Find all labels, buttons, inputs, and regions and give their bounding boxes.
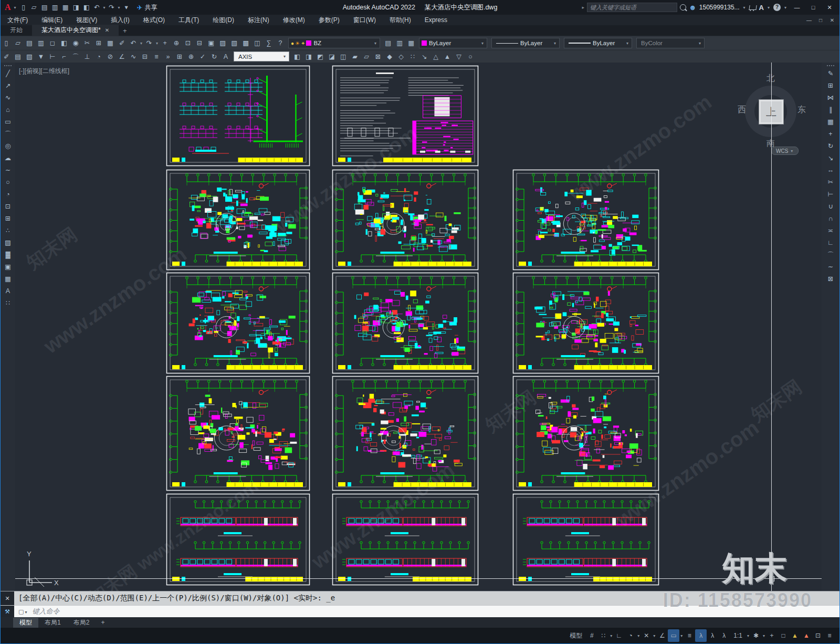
- viewport-label[interactable]: [-][俯视][二维线框]: [19, 67, 69, 76]
- search-expand-icon[interactable]: ▸: [582, 5, 585, 10]
- rotate-icon[interactable]: ↻: [825, 140, 836, 152]
- ellipse-icon[interactable]: ○: [2, 176, 14, 188]
- minimize-button[interactable]: —: [790, 4, 804, 11]
- plot-icon[interactable]: ▥: [35, 38, 47, 48]
- copy-icon[interactable]: ⊞: [825, 80, 836, 91]
- snap-to-underlay-icon[interactable]: ◇: [395, 51, 407, 62]
- username[interactable]: 1505999135...: [699, 4, 740, 11]
- viewcube-east-label[interactable]: 东: [797, 105, 806, 116]
- open-icon[interactable]: ▱: [12, 38, 24, 48]
- point-icon[interactable]: ∴: [2, 225, 14, 236]
- offset-icon[interactable]: ∥: [825, 104, 836, 116]
- snap-mode-icon[interactable]: ∷: [597, 629, 609, 642]
- layer-thaw-icon[interactable]: ☀: [295, 40, 300, 46]
- dim-baseline-icon[interactable]: ≡: [151, 51, 162, 62]
- properties-palette-icon[interactable]: ▩: [240, 38, 251, 48]
- plot-preview-icon[interactable]: ◻: [47, 38, 58, 48]
- dim-jogged-icon[interactable]: ∿: [128, 51, 139, 62]
- print-icon[interactable]: ◧: [81, 2, 92, 13]
- menu-item-11[interactable]: 帮助(H): [383, 16, 418, 25]
- menu-item-2[interactable]: 视图(V): [69, 16, 104, 25]
- polar-tracking-icon[interactable]: ◔: [625, 629, 636, 642]
- drawing-units-icon[interactable]: +: [766, 629, 778, 642]
- lineweight-combo[interactable]: ByLayer ▾: [564, 38, 632, 48]
- dim-radius-icon[interactable]: ◔: [93, 51, 104, 62]
- annotation-scale-caret[interactable]: ▾: [747, 633, 749, 638]
- dim-diameter-icon[interactable]: ⊘: [104, 51, 116, 62]
- center-mark-icon[interactable]: ⊕: [185, 51, 197, 62]
- object-snap-tracking-icon-caret[interactable]: ▾: [653, 633, 655, 638]
- layer-combo-caret-icon[interactable]: ▾: [374, 41, 376, 46]
- open-file-icon[interactable]: ▱: [29, 2, 39, 13]
- extend-icon[interactable]: ⊢: [825, 189, 836, 200]
- save-icon[interactable]: ▤: [39, 2, 50, 13]
- cart-icon[interactable]: [749, 5, 757, 10]
- group-icon[interactable]: ▲: [442, 51, 453, 62]
- stretch-icon[interactable]: ↔: [825, 164, 836, 176]
- dim-inspect-icon[interactable]: ✓: [197, 51, 208, 62]
- layer-match-icon[interactable]: ▦: [405, 38, 417, 48]
- polygon-icon[interactable]: ⌂: [2, 104, 14, 116]
- menu-item-5[interactable]: 工具(T): [172, 16, 206, 25]
- undo-icon-caret[interactable]: ▾: [140, 41, 142, 46]
- pdf-underlay-icon[interactable]: ▱: [361, 51, 372, 62]
- help-icon[interactable]: ?: [773, 4, 781, 11]
- qnew-icon[interactable]: ▯: [1, 38, 12, 48]
- dim-ordinate-icon[interactable]: ⊥: [81, 51, 93, 62]
- purge-icon[interactable]: ▼: [35, 51, 47, 62]
- model-space-toggle[interactable]: 模型: [566, 629, 586, 642]
- pan-icon[interactable]: +: [159, 38, 171, 48]
- linetype-combo[interactable]: ByLayer ▾: [491, 38, 560, 48]
- new-file-icon[interactable]: ▯: [18, 2, 29, 13]
- polyline-icon[interactable]: ∿: [2, 92, 14, 103]
- search-icon[interactable]: [680, 4, 686, 11]
- dim-break-icon[interactable]: ⊟: [139, 51, 151, 62]
- grid-display-icon[interactable]: #: [586, 629, 597, 642]
- autoscale-icon[interactable]: λ: [707, 629, 718, 642]
- gradient-icon[interactable]: ▓: [2, 249, 14, 261]
- circle-icon[interactable]: ◎: [2, 140, 14, 152]
- undo-icon-caret[interactable]: ▾: [103, 5, 106, 10]
- isolate-objects-icon[interactable]: □: [778, 629, 789, 642]
- autodesk-icon[interactable]: A: [759, 4, 764, 12]
- customize-wrench-icon[interactable]: ⚒: [1, 606, 14, 617]
- graphics-performance-icon[interactable]: ▲: [789, 629, 801, 642]
- toolbar-grip[interactable]: [4, 65, 12, 66]
- dim-angular-icon[interactable]: ∠: [116, 51, 128, 62]
- annotation-scale[interactable]: 1:1: [730, 629, 746, 642]
- redo-icon[interactable]: ↷: [107, 2, 117, 13]
- polar-tracking-icon-caret[interactable]: ▾: [637, 633, 639, 638]
- undo-icon[interactable]: ↶: [128, 38, 139, 48]
- annotation-visibility-icon[interactable]: λ: [695, 629, 707, 642]
- paste-icon[interactable]: ▦: [104, 38, 116, 48]
- create-block-icon[interactable]: ⊞: [2, 213, 14, 224]
- mirror-icon[interactable]: ⋈: [825, 92, 836, 103]
- dim-aligned-icon[interactable]: ⌐: [58, 51, 70, 62]
- break-at-point-icon[interactable]: ∪: [825, 201, 836, 212]
- design-center-icon[interactable]: ◫: [251, 38, 263, 48]
- make-current-layer-icon[interactable]: ▤: [382, 38, 394, 48]
- dim-arc-icon[interactable]: ⌒: [70, 51, 81, 62]
- line-icon[interactable]: ╱: [2, 68, 14, 79]
- layout-tab-0[interactable]: 模型: [13, 618, 38, 628]
- insert-block-icon[interactable]: ⊡: [2, 201, 14, 212]
- etransmit-icon[interactable]: ◉: [70, 38, 81, 48]
- menu-item-4[interactable]: 格式(O): [136, 16, 172, 25]
- search-input[interactable]: [587, 3, 677, 12]
- menu-item-6[interactable]: 绘图(D): [206, 16, 241, 25]
- dim-update-icon[interactable]: ↻: [208, 51, 220, 62]
- erase-icon[interactable]: ✎: [825, 68, 836, 79]
- menu-item-12[interactable]: Express: [418, 16, 454, 24]
- dwf-underlay-icon[interactable]: ▰: [349, 51, 361, 62]
- autodesk-caret-icon[interactable]: ▾: [768, 5, 770, 10]
- revision-cloud-icon[interactable]: ☁: [2, 152, 14, 164]
- table-icon[interactable]: ▦: [2, 273, 14, 285]
- draw-order-icon[interactable]: ○: [465, 51, 476, 62]
- ellipse-arc-icon[interactable]: ◔: [2, 189, 14, 200]
- zoom-previous-icon[interactable]: ⊟: [194, 38, 205, 48]
- reference-edit-icon[interactable]: ▧: [24, 51, 35, 62]
- tolerance-icon[interactable]: ⊞: [174, 51, 185, 62]
- app-menu-caret-icon[interactable]: ▾: [14, 5, 16, 10]
- cut-icon[interactable]: ✂: [81, 38, 93, 48]
- hatch-icon[interactable]: ▨: [2, 237, 14, 248]
